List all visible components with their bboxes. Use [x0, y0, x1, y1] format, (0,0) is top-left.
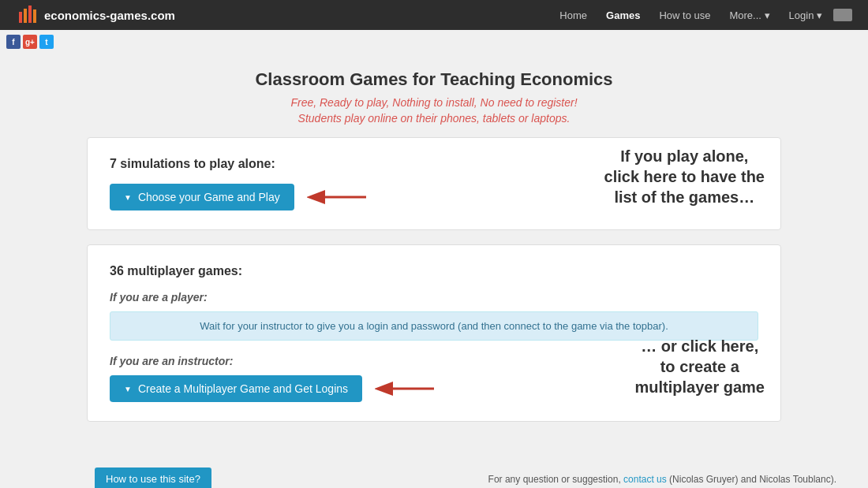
- nav-login[interactable]: Login ▾: [781, 6, 830, 24]
- brand-name: economics-games.com: [44, 9, 175, 22]
- footer-note-prefix: For any question or suggestion,: [488, 474, 621, 485]
- player-label: If you are a player:: [110, 291, 758, 304]
- multiplayer-card-title: 36 multiplayer games:: [110, 264, 758, 278]
- choose-game-label: Choose your Game and Play: [138, 191, 280, 203]
- svg-rect-1: [24, 9, 27, 23]
- navbar-links: Home Games How to use More... ▾ Login ▾: [552, 6, 852, 24]
- social-bar: f g+ t: [0, 30, 868, 54]
- main-content: Classroom Games for Teaching Economics F…: [71, 54, 797, 460]
- language-flag[interactable]: [833, 9, 852, 21]
- contact-link[interactable]: contact us: [623, 474, 667, 485]
- footer-contact-detail: (Nicolas Gruyer): [669, 474, 738, 485]
- nav-howto[interactable]: How to use: [651, 6, 718, 24]
- svg-rect-2: [28, 6, 32, 23]
- facebook-icon[interactable]: f: [6, 35, 21, 49]
- page-subtitle2: Students play online on their phones, ta…: [87, 112, 781, 125]
- create-game-button[interactable]: ▼ Create a Multiplayer Game and Get Logi…: [110, 375, 362, 402]
- page-header: Classroom Games for Teaching Economics F…: [87, 61, 781, 137]
- caret-icon2: ▼: [124, 385, 132, 393]
- svg-rect-3: [33, 9, 36, 23]
- multiplayer-callout: … or click here,to create amultiplayer g…: [634, 336, 765, 397]
- nav-games[interactable]: Games: [598, 6, 648, 24]
- solo-arrow: [307, 185, 370, 209]
- choose-game-button[interactable]: ▼ Choose your Game and Play: [110, 184, 294, 210]
- footer-note: For any question or suggestion, contact …: [488, 474, 836, 485]
- how-to-site-button[interactable]: How to use this site?: [95, 468, 211, 488]
- create-game-label: Create a Multiplayer Game and Get Logins: [138, 382, 348, 395]
- footer: How to use this site? For any question o…: [0, 460, 868, 488]
- brand[interactable]: economics-games.com: [16, 4, 175, 26]
- svg-rect-0: [19, 12, 22, 23]
- nav-home[interactable]: Home: [552, 6, 595, 24]
- google-plus-icon[interactable]: g+: [23, 35, 37, 49]
- page-subtitle1: Free, Ready to play, Nothing to install,…: [87, 96, 781, 109]
- solo-btn-area: ▼ Choose your Game and Play: [110, 184, 370, 210]
- caret-icon: ▼: [124, 193, 132, 202]
- brand-icon: [16, 4, 38, 26]
- solo-card: 7 simulations to play alone: ▼ Choose yo…: [87, 137, 781, 230]
- navbar: economics-games.com Home Games How to us…: [0, 0, 868, 30]
- multiplayer-arrow: [375, 377, 438, 400]
- nav-more[interactable]: More... ▾: [721, 6, 777, 24]
- solo-callout: If you play alone,click here to have the…: [604, 146, 765, 207]
- page-title: Classroom Games for Teaching Economics: [87, 69, 781, 90]
- footer-note-suffix: and Nicolas Toublanc).: [741, 474, 836, 485]
- multiplayer-card: 36 multiplayer games: If you are a playe…: [87, 244, 781, 422]
- twitter-icon[interactable]: t: [39, 35, 54, 49]
